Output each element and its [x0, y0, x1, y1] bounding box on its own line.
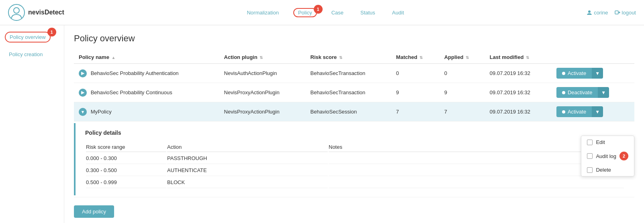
detail-row: 0.300 - 0.500 AUTHENTICATE: [86, 165, 624, 176]
nav-audit[interactable]: Audit: [390, 9, 407, 16]
row1-plugin: NevisAuthActionPlugin: [219, 64, 306, 83]
details-col-action: Action: [167, 142, 328, 152]
activate-button-row1[interactable]: Activate: [556, 68, 592, 79]
detail-action-2: AUTHENTICATE: [167, 165, 328, 176]
user-icon: [587, 10, 592, 15]
dropdown-edit-item[interactable]: Edit: [581, 136, 634, 148]
row2-plugin: NevisProxyActionPlugin: [219, 83, 306, 102]
activate-button-row3[interactable]: Activate: [556, 106, 592, 117]
sort-modified-icon[interactable]: ⇅: [526, 55, 529, 60]
row1-actions: Activate ▼: [552, 64, 634, 83]
row1-risk: BehavioSecTransaction: [306, 64, 391, 83]
activate-dropdown-row3[interactable]: ▼: [592, 106, 603, 117]
row1-matched: 0: [391, 64, 440, 83]
row2-matched: 9: [391, 83, 440, 102]
row3-risk: BehavioSecSession: [306, 102, 391, 122]
nav-case[interactable]: Case: [329, 9, 346, 16]
sort-applied-icon[interactable]: ⇅: [466, 55, 469, 60]
sort-name-icon[interactable]: ▲: [112, 55, 116, 60]
col-header-actions: [552, 51, 634, 64]
layout: Policy overview 1 Policy creation Policy…: [0, 25, 644, 223]
details-col-range: Risk score range: [86, 142, 166, 152]
btn-dot: [562, 72, 565, 75]
sort-risk-icon[interactable]: ⇅: [339, 55, 342, 60]
svg-point-2: [588, 10, 591, 13]
col-header-modified: Last modified ⇅: [485, 51, 552, 64]
row3-matched: 7: [391, 102, 440, 122]
col-header-name: Policy name ▲: [74, 51, 219, 64]
row1-name: ▶ BehavioSec Probability Authentication: [74, 64, 219, 83]
detail-row: 0.500 - 0.999 BLOCK: [86, 177, 624, 188]
detail-range-2: 0.300 - 0.500: [86, 165, 166, 176]
nav-normalization[interactable]: Normalization: [244, 9, 281, 16]
row3-name: ▼ MyPolicy: [74, 102, 219, 122]
dropdown-auditlog-item[interactable]: Audit log 2: [581, 148, 634, 164]
page-title: Policy overview: [74, 33, 634, 44]
btn-dot: [562, 91, 565, 94]
sidebar-overview-badge: 1: [47, 28, 56, 36]
detail-notes-2: [329, 165, 624, 176]
logo-area: nevisDetect: [8, 4, 64, 21]
main-content: Policy overview Policy name ▲ Action plu…: [64, 25, 644, 223]
nav-status[interactable]: Status: [358, 9, 378, 16]
main-nav: Normalization Policy 1 Case Status Audit: [244, 9, 406, 16]
row2-actions: Deactivate ▼: [552, 83, 634, 102]
row3-modified: 09.07.2019 16:32: [485, 102, 552, 122]
context-dropdown-menu: Edit Audit log 2 Delete: [581, 136, 634, 176]
row2-modified: 09.07.2019 16:32: [485, 83, 552, 102]
row2-btn-group: Deactivate ▼: [556, 87, 609, 98]
logout-link[interactable]: logout: [615, 10, 636, 16]
expand-row1-icon[interactable]: ▶: [79, 69, 87, 77]
nav-right: corine logout: [587, 10, 636, 16]
table-row-expanded: ▼ MyPolicy NevisProxyActionPlugin Behavi…: [74, 102, 634, 122]
auditlog-icon: [587, 153, 593, 159]
detail-notes-3: [329, 177, 624, 188]
deactivate-dropdown-row2[interactable]: ▼: [598, 87, 609, 98]
svg-rect-3: [615, 11, 618, 14]
col-header-risk: Risk score ⇅: [306, 51, 391, 64]
detail-range-3: 0.500 - 0.999: [86, 177, 166, 188]
header: nevisDetect Normalization Policy 1 Case …: [0, 0, 644, 25]
row3-plugin: NevisProxyActionPlugin: [219, 102, 306, 122]
details-header: Risk score range Action Notes: [86, 142, 624, 152]
policy-details-row: Policy details Risk score range Action N…: [74, 122, 634, 197]
row2-risk: BehavioSecTransaction: [306, 83, 391, 102]
row2-name: ▶ BehavioSec Probability Continuous: [74, 83, 219, 102]
expand-row3-icon[interactable]: ▼: [79, 108, 87, 116]
activate-dropdown-row1[interactable]: ▼: [592, 68, 603, 79]
detail-notes-1: [329, 153, 624, 164]
sidebar-item-overview[interactable]: Policy overview: [5, 32, 51, 43]
dropdown-delete-item[interactable]: Delete: [581, 164, 634, 176]
svg-point-0: [8, 4, 25, 20]
row3-btn-group: Activate ▼: [556, 106, 603, 117]
table-row: ▶ BehavioSec Probability Authentication …: [74, 64, 634, 83]
detail-action-1: PASSTHROUGH: [167, 153, 328, 164]
sidebar: Policy overview 1 Policy creation: [0, 25, 64, 223]
table-body: ▶ BehavioSec Probability Authentication …: [74, 64, 634, 197]
nav-policy[interactable]: Policy: [293, 8, 317, 17]
nav-policy-badge: 1: [314, 5, 323, 14]
svg-point-1: [14, 8, 19, 13]
app-name: nevisDetect: [28, 9, 64, 16]
sort-matched-icon[interactable]: ⇅: [419, 55, 423, 60]
detail-range-1: 0.000 - 0.300: [86, 153, 166, 164]
dropdown-badge: 2: [619, 152, 628, 160]
delete-icon: [587, 167, 593, 173]
logo-icon: [8, 4, 25, 21]
row3-actions: Activate ▼: [552, 102, 634, 122]
btn-dot: [562, 110, 565, 114]
table-header: Policy name ▲ Action plugin ⇅ Risk score…: [74, 51, 634, 64]
details-col-notes: Notes: [329, 142, 624, 152]
col-header-plugin: Action plugin ⇅: [219, 51, 306, 64]
sidebar-item-creation[interactable]: Policy creation: [5, 50, 59, 59]
deactivate-button-row2[interactable]: Deactivate: [556, 87, 598, 98]
detail-row: 0.000 - 0.300 PASSTHROUGH: [86, 153, 624, 164]
row2-applied: 9: [440, 83, 485, 102]
user-link[interactable]: corine: [587, 10, 608, 16]
row1-btn-group: Activate ▼: [556, 68, 603, 79]
expand-row2-icon[interactable]: ▶: [79, 89, 87, 97]
sort-plugin-icon[interactable]: ⇅: [260, 55, 263, 60]
row1-modified: 09.07.2019 16:32: [485, 64, 552, 83]
details-body: 0.000 - 0.300 PASSTHROUGH 0.300 - 0.500 …: [86, 153, 624, 188]
add-policy-button[interactable]: Add policy: [74, 205, 114, 218]
